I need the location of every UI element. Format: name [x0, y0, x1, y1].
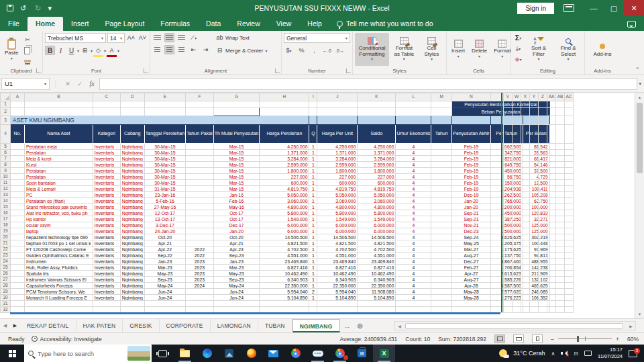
- cell[interactable]: [521, 265, 530, 271]
- align-left-icon[interactable]: [152, 45, 162, 54]
- cell[interactable]: [504, 192, 513, 198]
- cell[interactable]: [317, 108, 358, 116]
- cell[interactable]: [431, 162, 452, 168]
- cell[interactable]: 1: [309, 204, 317, 210]
- collapse-ribbon-icon[interactable]: ⌃: [635, 66, 640, 73]
- cell[interactable]: 31-Mar-15: [144, 186, 185, 192]
- row-header[interactable]: 11: [1, 180, 11, 186]
- ribbon-tab-formulas[interactable]: Formulas: [152, 17, 198, 31]
- row-header[interactable]: 7: [1, 156, 11, 162]
- tray-app-icon[interactable]: ⊡: [574, 351, 578, 357]
- cell[interactable]: Ngimbang: [120, 240, 144, 246]
- cell[interactable]: Inventaris: [93, 168, 120, 174]
- cell[interactable]: [565, 162, 574, 168]
- format-as-table-button[interactable]: Format as Table▾: [390, 33, 418, 66]
- cell[interactable]: ocular osym: [25, 222, 93, 228]
- cell[interactable]: 4: [396, 144, 431, 150]
- cell[interactable]: Inventaris: [93, 180, 120, 186]
- cell[interactable]: [556, 271, 565, 277]
- underline-button[interactable]: U: [66, 46, 76, 55]
- cell[interactable]: Jan-20: [452, 198, 490, 204]
- column-header[interactable]: N: [452, 93, 490, 101]
- cell[interactable]: [431, 210, 452, 216]
- cell[interactable]: May-28: [452, 289, 490, 295]
- cell[interactable]: [431, 174, 452, 180]
- number-format-combo[interactable]: General▾: [284, 33, 350, 43]
- cell[interactable]: [504, 271, 513, 277]
- cell[interactable]: 30-Mar-15: [144, 150, 185, 156]
- table-column-header[interactable]: Th Mulai Penyusutan: [213, 125, 260, 144]
- cell[interactable]: [317, 101, 358, 108]
- cell[interactable]: [565, 168, 574, 174]
- cell[interactable]: [504, 125, 513, 144]
- cell[interactable]: 1: [309, 150, 317, 156]
- cell[interactable]: [504, 240, 513, 246]
- cell[interactable]: 4: [396, 162, 431, 168]
- ribbon-tab-file[interactable]: File: [0, 17, 28, 31]
- orientation-icon[interactable]: ⟋▾: [189, 33, 199, 42]
- cell[interactable]: 3.284.000: [358, 156, 396, 162]
- align-top-icon[interactable]: [152, 33, 162, 42]
- cell[interactable]: [565, 192, 574, 198]
- wrap-text-button[interactable]: abWrap Text: [216, 33, 267, 42]
- cell[interactable]: 14.506.500: [317, 234, 358, 240]
- cell[interactable]: [530, 234, 539, 240]
- cell[interactable]: 5.104.890: [358, 295, 396, 301]
- cell[interactable]: [530, 198, 539, 204]
- cell[interactable]: [556, 253, 565, 259]
- cell[interactable]: 10.462.490: [317, 271, 358, 277]
- cell[interactable]: [530, 116, 539, 125]
- cell[interactable]: [504, 101, 513, 108]
- cell[interactable]: instrumen Vannas Scissors El: [25, 277, 93, 283]
- cell[interactable]: 1: [309, 168, 317, 174]
- cell[interactable]: Sep-21: [452, 216, 490, 222]
- cell[interactable]: [396, 116, 431, 125]
- cell[interactable]: 4: [396, 234, 431, 240]
- cell[interactable]: Dec-17: [213, 222, 260, 228]
- cell[interactable]: [504, 168, 513, 174]
- cell[interactable]: 1: [309, 259, 317, 265]
- column-header[interactable]: C: [93, 93, 120, 101]
- cell[interactable]: [144, 101, 185, 108]
- cell[interactable]: 4: [396, 295, 431, 301]
- cell[interactable]: [556, 108, 565, 116]
- cell[interactable]: [556, 168, 565, 174]
- more-sheets-button[interactable]: ...: [340, 319, 354, 332]
- cell[interactable]: 4: [396, 168, 431, 174]
- cell[interactable]: [556, 259, 565, 265]
- autosum-icon[interactable]: Σ▾: [513, 33, 523, 42]
- cell[interactable]: [213, 301, 260, 307]
- ribbon-display-options-icon[interactable]: [564, 4, 574, 12]
- cell[interactable]: 227.000: [358, 174, 396, 180]
- page-layout-view-button[interactable]: [513, 334, 524, 343]
- cell[interactable]: [513, 116, 521, 125]
- cell[interactable]: 2023: [186, 271, 214, 277]
- photos-button[interactable]: [218, 345, 240, 362]
- paste-button[interactable]: Paste▾: [2, 34, 21, 66]
- cell[interactable]: Mar-23: [144, 265, 185, 271]
- scroll-left-icon[interactable]: ◀: [395, 324, 404, 328]
- cell[interactable]: Inventaris: [93, 204, 120, 210]
- cell[interactable]: [521, 108, 530, 116]
- cell[interactable]: Jun-24: [144, 295, 185, 301]
- cell[interactable]: Mar-15: [213, 186, 260, 192]
- cell[interactable]: [513, 234, 521, 240]
- cell[interactable]: 23.469.840: [260, 259, 309, 265]
- align-bottom-icon[interactable]: [176, 33, 186, 42]
- cell[interactable]: [11, 168, 25, 174]
- cell[interactable]: [431, 168, 452, 174]
- column-header[interactable]: Z: [539, 93, 547, 101]
- cell[interactable]: Inventaris: [93, 240, 120, 246]
- tell-me-box[interactable]: Tell me what you want to do: [330, 17, 440, 31]
- cell[interactable]: [11, 150, 25, 156]
- cell[interactable]: 4.250.000: [260, 144, 309, 150]
- cell[interactable]: [530, 307, 539, 313]
- cell[interactable]: 4: [396, 271, 431, 277]
- cell[interactable]: [539, 162, 547, 168]
- cell[interactable]: Mar-15: [213, 168, 260, 174]
- cell[interactable]: [309, 101, 317, 108]
- cell[interactable]: [539, 156, 547, 162]
- cell[interactable]: [565, 108, 574, 116]
- cell[interactable]: [556, 234, 565, 240]
- cell[interactable]: [547, 192, 556, 198]
